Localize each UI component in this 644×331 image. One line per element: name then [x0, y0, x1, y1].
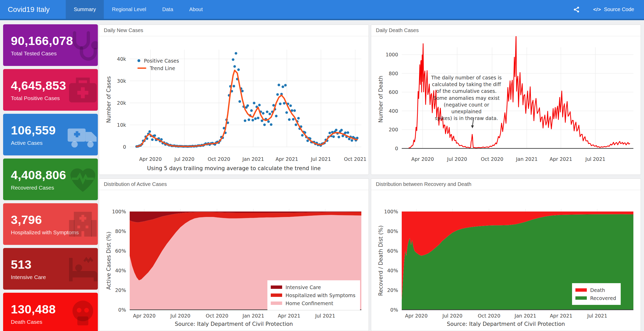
svg-text:Jul 2020: Jul 2020 — [170, 313, 190, 319]
legend-item-recovered[interactable]: Recovered — [575, 294, 616, 302]
svg-text:Number of Cases: Number of Cases — [106, 76, 112, 123]
swatch-icon — [271, 302, 282, 305]
nav-tab-summary[interactable]: Summary — [66, 0, 104, 19]
daily-death-cases-chart[interactable]: Apr 2020Jul 2020Oct 2020Jan 2021Apr 2021… — [371, 36, 641, 175]
svg-text:0%: 0% — [118, 307, 126, 313]
legend-label: Recovered — [590, 295, 616, 301]
nav-tab-regional-level[interactable]: Regional Level — [104, 0, 154, 19]
swatch-icon — [575, 288, 587, 292]
svg-text:80%: 80% — [115, 228, 126, 234]
legend-item-positive-cases[interactable]: Positive Cases — [137, 57, 179, 64]
source-code-link[interactable]: </> Source Code — [593, 6, 634, 12]
skull-icon — [66, 297, 98, 330]
svg-text:Apr 2020: Apr 2020 — [411, 156, 434, 162]
panel-recovery-death-distribution: Distribution between Recovery and Death … — [371, 178, 641, 331]
panel-active-distribution: Distribution of Active Cases Apr 2020Jul… — [99, 178, 369, 331]
legend-label: Hospitalized with Symptoms — [286, 292, 355, 298]
medkit-icon — [66, 73, 98, 107]
svg-text:Apr 2020: Apr 2020 — [133, 313, 156, 319]
svg-text:Jan 2021: Jan 2021 — [242, 313, 264, 319]
svg-text:Jul 2020: Jul 2020 — [442, 313, 462, 319]
active-distribution-chart[interactable]: Apr 2020Jul 2020Oct 2020Jan 2021Apr 2021… — [99, 190, 369, 331]
share-button[interactable] — [573, 6, 580, 13]
svg-text:Apr 2021: Apr 2021 — [550, 156, 572, 162]
navbar: Covid19 Italy Summary Regional Level Dat… — [0, 0, 644, 20]
svg-text:400: 400 — [389, 108, 398, 114]
swatch-icon — [271, 294, 282, 297]
stat-card-total-positive: 4,645,853 Total Positive Cases — [3, 69, 98, 111]
panel-title: Distribution of Active Cases — [99, 179, 369, 190]
share-icon — [573, 6, 580, 13]
svg-text:80%: 80% — [387, 228, 398, 234]
stat-card-active: 106,559 Active Cases — [3, 114, 98, 155]
svg-text:100%: 100% — [112, 209, 126, 214]
chart-legend[interactable]: Positive Cases Trend Line — [137, 57, 179, 72]
swatch-icon — [575, 296, 587, 300]
swatch-icon — [271, 285, 282, 289]
svg-text:Oct 2021: Oct 2021 — [344, 156, 367, 162]
ambulance-icon — [66, 118, 98, 151]
legend-item-trend-line[interactable]: Trend Line — [137, 64, 179, 72]
svg-text:Apr 2021: Apr 2021 — [550, 313, 572, 319]
svg-text:200: 200 — [389, 127, 398, 132]
svg-text:30k: 30k — [117, 78, 126, 84]
svg-text:Oct 2020: Oct 2020 — [481, 156, 503, 162]
svg-text:Jan 2021: Jan 2021 — [516, 156, 538, 162]
legend-label: Home Confinement — [286, 300, 333, 306]
svg-text:60%: 60% — [115, 248, 126, 254]
panel-daily-death-cases: Daily Death Cases Apr 2020Jul 2020Oct 20… — [371, 25, 641, 175]
app-brand: Covid19 Italy — [8, 0, 50, 19]
svg-text:0: 0 — [123, 144, 126, 150]
stat-card-hospitalized: 3,796 Hospitalized with Symptoms — [3, 203, 98, 245]
svg-text:Jul 2020: Jul 2020 — [447, 156, 467, 162]
stat-card-recovered: 4,408,806 Recovered Cases — [3, 159, 98, 200]
stat-card-death: 130,488 Death Cases — [3, 293, 98, 331]
chart-caption: Using 5 days trailing moving average to … — [99, 165, 369, 171]
recovery-death-chart[interactable]: Apr 2020Jul 2020Oct 2020Jan 2021Apr 2021… — [371, 190, 641, 331]
legend-label: Intensive Care — [286, 284, 321, 290]
svg-text:1000: 1000 — [386, 52, 398, 57]
svg-text:Apr 2021: Apr 2021 — [278, 313, 300, 319]
navbar-actions: </> Source Code — [573, 0, 634, 19]
svg-text:600: 600 — [389, 89, 398, 95]
legend-label: Positive Cases — [144, 58, 179, 64]
panel-title: Daily Death Cases — [371, 25, 641, 36]
hospital-icon — [66, 208, 98, 241]
svg-text:Jul 2020: Jul 2020 — [174, 156, 194, 162]
svg-text:0%: 0% — [390, 307, 398, 313]
svg-text:Oct 2020: Oct 2020 — [206, 313, 228, 319]
svg-text:Apr 2021: Apr 2021 — [276, 156, 298, 162]
scatter-marker-icon — [137, 59, 140, 62]
line-marker-icon — [137, 67, 146, 69]
svg-text:Oct 2020: Oct 2020 — [478, 313, 500, 319]
svg-text:Jul 2021: Jul 2021 — [585, 156, 605, 162]
svg-text:10k: 10k — [117, 122, 126, 128]
svg-text:Jul 2021: Jul 2021 — [311, 156, 331, 162]
legend-item-hospitalized[interactable]: Hospitalized with Symptoms — [271, 291, 355, 299]
stats-sidebar: 90,166,078 Total Tested Cases 4,645,853 … — [3, 24, 98, 331]
svg-text:Apr 2020: Apr 2020 — [405, 313, 428, 319]
chart-source: Source: Italy Department of Civil Protec… — [99, 321, 369, 327]
svg-text:60%: 60% — [387, 248, 398, 254]
nav-tab-data[interactable]: Data — [154, 0, 181, 19]
svg-text:Recoverd / Death Dist (%): Recoverd / Death Dist (%) — [378, 225, 384, 296]
nav-tab-about[interactable]: About — [181, 0, 211, 19]
svg-text:Jul 2021: Jul 2021 — [587, 313, 607, 319]
svg-text:Jan 2021: Jan 2021 — [242, 156, 264, 162]
svg-text:Jan 2021: Jan 2021 — [514, 313, 536, 319]
source-code-label: Source Code — [604, 6, 634, 12]
stat-card-total-tested: 90,166,078 Total Tested Cases — [3, 24, 98, 66]
legend-item-home-confinement[interactable]: Home Confinement — [271, 299, 355, 307]
chart-legend[interactable]: Death Recovered — [572, 283, 621, 305]
daily-new-cases-chart[interactable]: Apr 2020Jul 2020Oct 2020Jan 2021Apr 2021… — [99, 36, 369, 175]
legend-item-intensive-care[interactable]: Intensive Care — [271, 283, 355, 291]
svg-text:Jul 2021: Jul 2021 — [315, 313, 335, 319]
legend-item-death[interactable]: Death — [575, 286, 616, 294]
svg-text:800: 800 — [389, 71, 398, 76]
svg-text:20%: 20% — [387, 287, 398, 293]
code-icon: </> — [593, 7, 601, 12]
svg-text:Number of Death: Number of Death — [378, 76, 384, 123]
chart-legend[interactable]: Intensive Care Hospitalized with Symptom… — [267, 280, 360, 310]
svg-text:100%: 100% — [384, 209, 398, 214]
chart-source: Source: Italy Department of Civil Protec… — [371, 321, 641, 327]
